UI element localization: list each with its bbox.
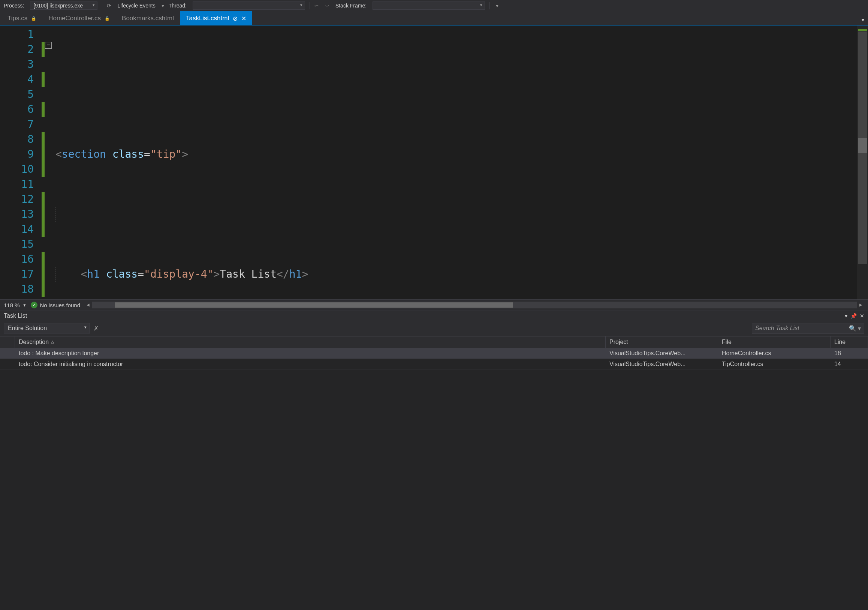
process-combo[interactable]: [9100] iisexpress.exe [30,2,98,10]
toolbar-separator [102,2,102,9]
row-line: 14 [831,359,868,370]
tab-label: Bookmarks.cshtml [122,15,174,22]
tab-overflow-icon[interactable]: ▾ [858,15,868,25]
code-text-area[interactable]: − <section class="tip"> <h1 class="displ… [45,25,857,299]
row-icon [0,348,15,359]
column-header-project[interactable]: Project [606,336,718,348]
code-line[interactable]: <section class="tip"> [47,147,857,162]
toolbar-overflow-icon[interactable]: ▾ [496,3,499,9]
panel-title: Task List [4,313,842,319]
check-icon: ✓ [31,302,37,308]
search-placeholder: Search Task List [755,325,800,331]
fold-toggle-icon[interactable]: − [45,42,52,49]
change-indicator-bar [41,25,45,299]
close-icon[interactable]: ✕ [860,313,864,319]
row-description: todo: Consider initialising in construct… [15,359,606,370]
toolbar-separator [310,2,310,9]
row-line: 18 [831,348,868,359]
vertical-scrollbar-map[interactable] [857,25,868,299]
stack-frame-combo[interactable] [372,2,485,10]
tab-label: Tips.cs [8,15,27,22]
table-header: Description △ Project File Line [0,336,868,348]
tab-label: HomeController.cs [48,15,101,22]
code-line[interactable] [47,207,857,222]
stack-frame-label: Stack Frame: [335,3,367,9]
thread-combo[interactable] [193,2,305,10]
editor-status-bar: 118 % ▼ ✓ No issues found ◀ ▶ [0,299,868,311]
process-label: Process: [4,3,24,9]
table-row[interactable]: todo: Consider initialising in construct… [0,359,868,370]
code-editor[interactable]: 12345678910111213141516171819202122 − <s… [0,25,868,299]
window-position-icon[interactable]: ▾ [845,313,847,319]
code-line[interactable] [47,87,857,102]
table-row[interactable]: todo : Make description longer VisualStu… [0,348,868,359]
issues-text: No issues found [40,302,80,308]
row-project: VisualStudioTips.CoreWeb... [606,348,718,359]
horizontal-scrollbar[interactable]: ◀ ▶ [92,302,857,308]
stack-nav-icon[interactable]: ⤺ [315,3,321,9]
column-header-line[interactable]: Line [831,336,868,348]
scrollbar-thumb[interactable] [115,302,513,308]
code-line[interactable]: <h1 class="display-4">Task List</h1> [47,267,857,282]
scope-combo[interactable]: Entire Solution [4,323,90,333]
tab-tasklist[interactable]: TaskList.cshtml ⊘ ✕ [180,11,252,25]
row-file: TipController.cs [718,359,831,370]
toolbar-separator [490,2,490,9]
close-icon[interactable]: ✕ [241,15,246,22]
stack-nav-icon[interactable]: ⤻ [325,3,331,9]
row-project: VisualStudioTips.CoreWeb... [606,359,718,370]
pin-icon[interactable]: 📌 [850,313,857,319]
tab-label: TaskList.cshtml [186,15,229,22]
scroll-right-icon[interactable]: ▶ [857,302,864,308]
lifecycle-label: Lifecycle Events [117,3,155,9]
lock-icon: 🔒 [105,16,110,21]
task-list-toolbar: Entire Solution ✗ Search Task List 🔍 ▾ [0,321,868,336]
task-list-panel-header: Task List ▾ 📌 ✕ [0,311,868,321]
scroll-left-icon[interactable]: ◀ [85,302,91,308]
row-icon [0,359,15,370]
tab-homecontroller[interactable]: HomeController.cs 🔒 [42,11,116,25]
issues-status[interactable]: ✓ No issues found [31,302,80,308]
zoom-value: 118 % [4,302,20,308]
zoom-control[interactable]: 118 % ▼ [4,302,26,308]
task-list-table: Description △ Project File Line todo : M… [0,336,868,610]
line-number-gutter: 12345678910111213141516171819202122 [0,25,41,299]
column-header-description[interactable]: Description △ [15,336,606,348]
row-file: HomeController.cs [718,348,831,359]
editor-tab-bar: Tips.cs 🔒 HomeController.cs 🔒 Bookmarks.… [0,11,868,25]
lifecycle-icon[interactable]: ⟳ [107,3,113,9]
search-icon[interactable]: 🔍 ▾ [849,325,861,332]
row-description: todo : Make description longer [15,348,606,359]
tab-tips[interactable]: Tips.cs 🔒 [2,11,42,25]
column-header-icon[interactable] [0,336,15,348]
filter-icon[interactable]: ✗ [94,325,99,332]
lock-icon: 🔒 [31,16,36,21]
column-header-file[interactable]: File [718,336,831,348]
pin-icon[interactable]: ⊘ [233,15,238,22]
debug-toolbar: Process: [9100] iisexpress.exe ⟳ Lifecyc… [0,0,868,11]
thread-label: Thread: [169,3,187,9]
chevron-down-icon[interactable]: ▼ [23,303,26,307]
sort-ascending-icon: △ [51,339,54,344]
search-input[interactable]: Search Task List 🔍 ▾ [752,323,864,334]
tab-bookmarks[interactable]: Bookmarks.cshtml [116,11,180,25]
